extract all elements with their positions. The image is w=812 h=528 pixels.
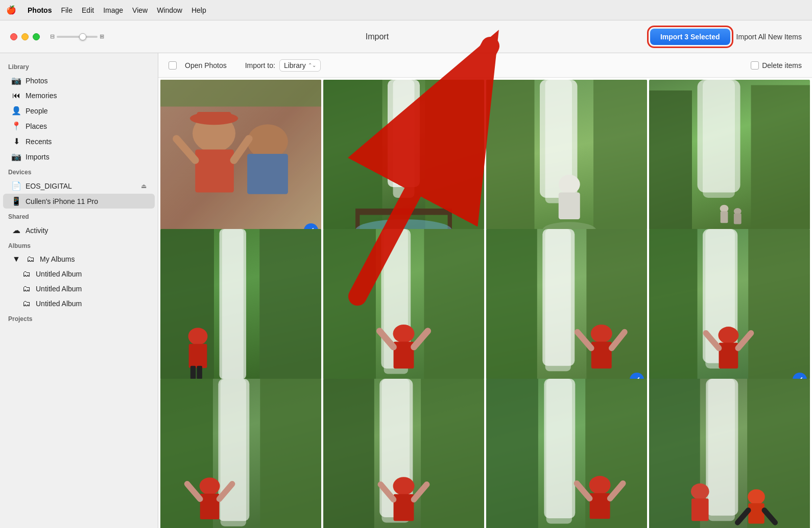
svg-rect-46	[197, 366, 202, 379]
sidebar-item-album-2[interactable]: 🗂 Untitled Album	[3, 282, 155, 296]
svg-rect-25	[593, 80, 647, 241]
imports-icon: 📷	[11, 152, 21, 162]
svg-point-26	[559, 175, 580, 194]
sidebar-item-activity[interactable]: ☁ Activity	[3, 223, 155, 238]
sidebar-item-places[interactable]: 📍 Places	[3, 119, 155, 133]
menu-view[interactable]: View	[132, 6, 148, 14]
svg-point-43	[188, 328, 208, 346]
sidebar-item-recents[interactable]: ⬇ Recents	[3, 134, 155, 149]
photo-cell-1[interactable]	[323, 80, 484, 241]
sidebar-label-people: People	[26, 107, 147, 115]
import-to-label: Import to:	[245, 61, 275, 70]
svg-rect-37	[734, 213, 742, 224]
sidebar-label-album-1: Untitled Album	[36, 270, 147, 278]
photo-cell-8[interactable]	[160, 379, 321, 528]
import-all-button[interactable]: Import All New Items	[736, 33, 802, 41]
minimize-button[interactable]	[21, 33, 29, 40]
sidebar-label-recents: Recents	[26, 137, 147, 146]
sidebar-label-album-3: Untitled Album	[36, 300, 147, 308]
import-to-section: Import to: Library ⌃⌄	[245, 59, 321, 72]
maximize-button[interactable]	[33, 33, 40, 40]
photo-cell-6[interactable]: ✓	[486, 229, 647, 390]
svg-point-34	[720, 205, 729, 213]
photo-cell-5[interactable]	[323, 229, 484, 390]
photo-cell-9[interactable]	[323, 379, 484, 528]
sidebar: Library 📷 Photos ⏮ Memories 👤 People 📍 P…	[0, 53, 158, 528]
svg-rect-59	[486, 229, 537, 390]
sidebar-label-imports: Imports	[26, 153, 147, 161]
photo-cell-11[interactable]	[649, 379, 810, 528]
svg-rect-51	[424, 229, 484, 390]
svg-rect-68	[649, 229, 698, 390]
photo-cell-10[interactable]	[486, 379, 647, 528]
import-bar: Open Photos Import to: Library ⌃⌄ Delete…	[158, 53, 812, 78]
photo-cell-0[interactable]: ✓	[160, 80, 321, 241]
menu-image[interactable]: Image	[103, 6, 123, 14]
toolbar-title: Import	[366, 32, 389, 41]
svg-rect-69	[748, 229, 810, 390]
svg-rect-33	[751, 85, 810, 241]
svg-rect-103	[708, 379, 735, 521]
eos-icon: 📄	[11, 181, 21, 191]
dropdown-arrow-icon: ⌃⌄	[308, 62, 316, 68]
photo-grid: ✓	[158, 78, 812, 528]
sidebar-label-eos: EOS_DIGITAL	[26, 182, 137, 190]
my-albums-expand-icon: ▼	[11, 255, 21, 264]
library-header: Library	[0, 59, 158, 73]
svg-rect-62	[591, 342, 612, 369]
menu-help[interactable]: Help	[192, 6, 206, 14]
slider-track[interactable]	[57, 36, 98, 38]
photo-cell-2[interactable]	[486, 80, 647, 241]
sidebar-item-album-1[interactable]: 🗂 Untitled Album	[3, 267, 155, 281]
app-name[interactable]: Photos	[28, 6, 52, 14]
svg-rect-80	[200, 493, 220, 519]
svg-rect-86	[323, 379, 374, 528]
sidebar-item-photos[interactable]: 📷 Photos	[3, 73, 155, 88]
toolbar: ⊟ ⊞ Import Import 3 Selected Import All …	[0, 20, 812, 53]
people-icon: 👤	[11, 106, 21, 116]
menu-window[interactable]: Window	[157, 6, 182, 14]
sidebar-label-activity: Activity	[26, 226, 147, 235]
sidebar-item-my-albums[interactable]: ▼ 🗂 My Albums	[3, 252, 155, 266]
photo-cell-3[interactable]	[649, 80, 810, 241]
svg-rect-71	[719, 343, 738, 369]
recents-icon: ⬇	[11, 136, 21, 146]
svg-rect-32	[649, 90, 692, 241]
zoom-slider[interactable]: ⊟ ⊞	[50, 33, 104, 40]
sidebar-item-iphone[interactable]: 📱 Cullen's iPhone 11 Pro	[3, 194, 155, 209]
sidebar-item-imports[interactable]: 📷 Imports	[3, 149, 155, 164]
import-selected-button[interactable]: Import 3 Selected	[650, 29, 730, 45]
menu-file[interactable]: File	[61, 6, 73, 14]
svg-rect-14	[393, 80, 415, 198]
svg-point-97	[589, 476, 611, 494]
albums-header: Albums	[0, 238, 158, 251]
album-3-icon: 🗂	[21, 299, 32, 308]
svg-point-106	[691, 483, 709, 499]
sidebar-label-places: Places	[26, 122, 147, 130]
photos-icon: 📷	[11, 76, 21, 85]
toolbar-right: Import 3 Selected Import All New Items	[650, 29, 802, 45]
svg-point-108	[748, 489, 765, 504]
devices-header: Devices	[0, 165, 158, 178]
sidebar-item-album-3[interactable]: 🗂 Untitled Album	[3, 296, 155, 311]
close-button[interactable]	[10, 33, 17, 40]
sidebar-item-memories[interactable]: ⏮ Memories	[3, 88, 155, 103]
photo-cell-7[interactable]: ✓	[649, 229, 810, 390]
select-all-checkbox[interactable]	[169, 61, 177, 70]
delete-items-section: Delete items	[751, 61, 802, 70]
svg-rect-44	[189, 344, 207, 368]
sidebar-label-memories: Memories	[26, 91, 147, 100]
sidebar-item-eos[interactable]: 📄 EOS_DIGITAL ⏏	[3, 178, 155, 193]
sidebar-label-album-2: Untitled Album	[36, 285, 147, 293]
open-photos-toggle[interactable]: Open Photos	[185, 61, 227, 70]
photo-cell-4[interactable]	[160, 229, 321, 390]
eject-icon[interactable]: ⏏	[141, 182, 147, 190]
svg-rect-95	[486, 379, 538, 528]
menu-edit[interactable]: Edit	[82, 6, 94, 14]
svg-rect-16	[425, 80, 485, 241]
zoom-in-icon: ⊞	[100, 33, 104, 40]
import-destination-dropdown[interactable]: Library ⌃⌄	[279, 59, 321, 72]
delete-items-checkbox[interactable]	[751, 61, 759, 70]
sidebar-item-people[interactable]: 👤 People	[3, 103, 155, 118]
slider-thumb[interactable]	[79, 33, 86, 40]
